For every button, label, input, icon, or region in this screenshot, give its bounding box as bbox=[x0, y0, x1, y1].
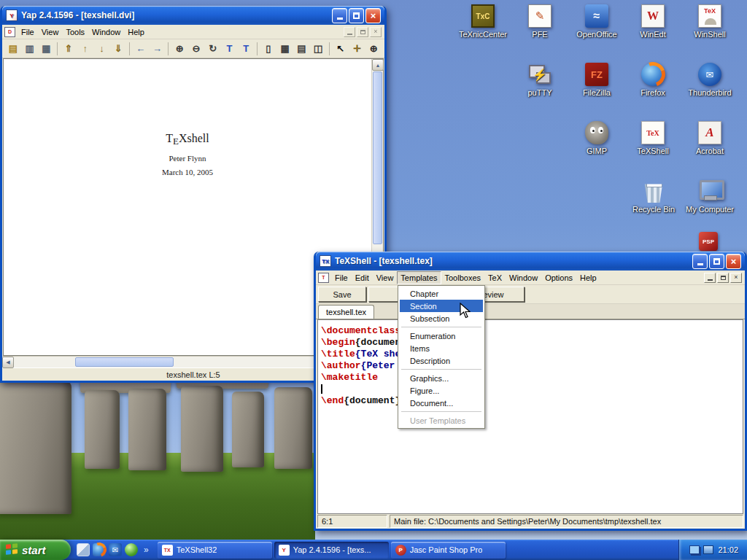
desktop-icon-firefox[interactable]: Firefox bbox=[625, 63, 681, 97]
page-single-button[interactable]: ▯ bbox=[260, 41, 276, 57]
ruler-tool-button[interactable]: T bbox=[222, 41, 238, 57]
desktop-icon-winedt[interactable]: WWinEdt bbox=[625, 4, 681, 39]
desktop-icon-putty[interactable]: ⚡puTTY bbox=[512, 63, 568, 97]
next-page-button[interactable]: ↓ bbox=[94, 41, 110, 57]
last-page-button[interactable]: ⇓ bbox=[110, 41, 126, 57]
templates-menu-item-enumeration[interactable]: Enumeration bbox=[400, 330, 483, 342]
document-author: Peter Flynn bbox=[4, 154, 371, 163]
texshell-menu-window[interactable]: Window bbox=[506, 271, 541, 284]
desktop-icon-pfe[interactable]: ✎PFE bbox=[512, 4, 568, 39]
child-restore-button[interactable] bbox=[357, 27, 368, 37]
maximize-button[interactable] bbox=[349, 8, 364, 23]
toolbar-separator bbox=[329, 42, 330, 55]
templates-menu-item-graphics[interactable]: Graphics... bbox=[400, 372, 483, 384]
editor-area[interactable]: \documentclass{\begin{document\title{TeX… bbox=[317, 319, 743, 514]
desktop-icon-texniccenter[interactable]: TxCTeXnicCenter bbox=[455, 4, 511, 39]
texshell-menu-file[interactable]: File bbox=[331, 271, 352, 284]
firefox-icon[interactable] bbox=[93, 543, 106, 556]
child-close-button[interactable]: × bbox=[730, 273, 742, 283]
task-button-texshell[interactable]: TXTeXShell32 bbox=[158, 542, 272, 559]
desktop-icon-gimp[interactable]: GIMP bbox=[569, 121, 624, 155]
texshell-menu-tex[interactable]: TeX bbox=[484, 271, 506, 284]
child-restore-button[interactable] bbox=[717, 273, 729, 283]
thunderbird-icon[interactable]: ✉ bbox=[109, 543, 122, 556]
scroll-left-button[interactable]: ◀ bbox=[2, 357, 14, 368]
templates-menu-item-items[interactable]: Items bbox=[400, 342, 483, 354]
yap-menu-help[interactable]: Help bbox=[124, 26, 148, 39]
child-minimize-button[interactable] bbox=[704, 273, 716, 283]
yap-titlebar[interactable]: Y Yap 2.4.1596 - [texshell.dvi] × bbox=[2, 6, 384, 25]
templates-menu-item-chapter[interactable]: Chapter bbox=[400, 287, 483, 300]
page-multi-button[interactable]: ▦ bbox=[277, 41, 293, 57]
desktop-icon-my-computer[interactable]: My Computer bbox=[682, 179, 738, 214]
close-button[interactable]: × bbox=[365, 8, 381, 23]
desktop-icon-thunderbird[interactable]: ✉Thunderbird bbox=[682, 63, 738, 97]
templates-menu-item-description[interactable]: Description bbox=[400, 354, 483, 367]
hand-tool-button[interactable]: ✛ bbox=[349, 41, 365, 57]
magnifier-button[interactable]: ⊕ bbox=[365, 41, 382, 57]
desktop-icon-recycle-bin[interactable]: Recycle Bin bbox=[626, 179, 681, 214]
templates-menu-item-figure[interactable]: Figure... bbox=[400, 384, 483, 397]
desktop-icon-psp[interactable]: PSP bbox=[681, 232, 736, 251]
refresh-button[interactable]: ↻ bbox=[205, 41, 221, 57]
prev-page-button[interactable]: ↑ bbox=[77, 41, 93, 57]
quick-launch-overflow-chevron[interactable]: » bbox=[141, 545, 152, 555]
open-button[interactable]: ▤ bbox=[5, 41, 21, 57]
templates-menu-item-document[interactable]: Document... bbox=[400, 397, 483, 409]
horizontal-scrollbar-thumb[interactable] bbox=[75, 357, 174, 367]
network-tray-icon[interactable] bbox=[689, 545, 700, 554]
back-button[interactable]: ← bbox=[133, 41, 149, 57]
scroll-up-button[interactable]: ▲ bbox=[372, 59, 384, 71]
start-button[interactable]: start bbox=[0, 540, 71, 560]
left-arrow-icon: ◀ bbox=[6, 359, 9, 365]
yap-menu-view[interactable]: View bbox=[38, 26, 63, 39]
texshell-titlebar[interactable]: TX TeXShell - [texshell.tex] × bbox=[316, 252, 745, 271]
save-button[interactable]: Save bbox=[318, 287, 366, 302]
show-desktop-icon[interactable] bbox=[77, 543, 90, 556]
minimize-button[interactable] bbox=[332, 8, 347, 23]
text-tool-button[interactable]: T bbox=[238, 41, 254, 57]
stone bbox=[85, 390, 120, 469]
display-tray-icon[interactable] bbox=[703, 545, 713, 554]
task-button-yap[interactable]: YYap 2.4.1596 - [texs... bbox=[274, 542, 389, 559]
restore-icon bbox=[721, 276, 726, 280]
yap-menu-file[interactable]: File bbox=[18, 26, 38, 39]
select-tool-button[interactable]: ↖ bbox=[333, 41, 349, 57]
zoom-out-button[interactable]: ⊖ bbox=[188, 41, 204, 57]
close-button[interactable]: × bbox=[726, 254, 741, 269]
desktop-icon-texshell[interactable]: TeXTeXShell bbox=[625, 121, 681, 155]
desktop[interactable]: TxCTeXnicCenter✎PFE≈OpenOfficeWWinEdtTeX… bbox=[0, 0, 747, 560]
vertical-scrollbar-thumb[interactable] bbox=[373, 71, 382, 244]
forward-button[interactable]: → bbox=[150, 41, 166, 57]
media-player-icon[interactable] bbox=[125, 543, 138, 556]
minimize-button[interactable] bbox=[692, 254, 708, 269]
desktop-icon-filezilla[interactable]: FZFileZilla bbox=[569, 63, 624, 97]
desktop-icon-winshell[interactable]: TeXWinShell bbox=[682, 4, 738, 39]
desktop-icon-acrobat[interactable]: AAcrobat bbox=[682, 121, 738, 155]
texshell-menu-help[interactable]: Help bbox=[576, 271, 600, 284]
desktop-icon-openoffice[interactable]: ≈OpenOffice bbox=[569, 4, 624, 39]
page-facing-button[interactable]: ◫ bbox=[310, 41, 326, 57]
page-continuous-button[interactable]: ▤ bbox=[293, 41, 309, 57]
maximize-button[interactable] bbox=[709, 254, 724, 269]
texshell-menu-view[interactable]: View bbox=[373, 271, 398, 284]
texshell-icon: TX bbox=[162, 545, 173, 556]
child-close-button[interactable]: × bbox=[370, 27, 382, 37]
gimp-icon bbox=[585, 121, 608, 144]
yap-menu-tools[interactable]: Tools bbox=[62, 26, 88, 39]
first-page-button[interactable]: ⇑ bbox=[61, 41, 77, 57]
print-setup-button[interactable]: ▦ bbox=[38, 41, 54, 57]
tab-texshell-tex[interactable]: texshell.tex bbox=[318, 305, 374, 319]
templates-menu-item-user-templates[interactable]: User Templates bbox=[400, 414, 483, 427]
texshell-menu-edit[interactable]: Edit bbox=[352, 271, 373, 284]
task-button-psp[interactable]: PJasc Paint Shop Pro bbox=[391, 542, 506, 559]
texshell-menu-templates[interactable]: Templates bbox=[397, 271, 441, 284]
child-minimize-button[interactable] bbox=[344, 27, 355, 37]
texshell-menu-toolboxes[interactable]: Toolboxes bbox=[441, 271, 485, 284]
desktop-icon-label: Thunderbird bbox=[688, 88, 731, 97]
zoom-in-button[interactable]: ⊕ bbox=[171, 41, 187, 57]
texshell-menu-options[interactable]: Options bbox=[541, 271, 576, 284]
print-button[interactable]: ▥ bbox=[22, 41, 38, 57]
yap-menu-window[interactable]: Window bbox=[88, 26, 124, 39]
task-button-label: Jasc Paint Shop Pro bbox=[410, 545, 483, 554]
